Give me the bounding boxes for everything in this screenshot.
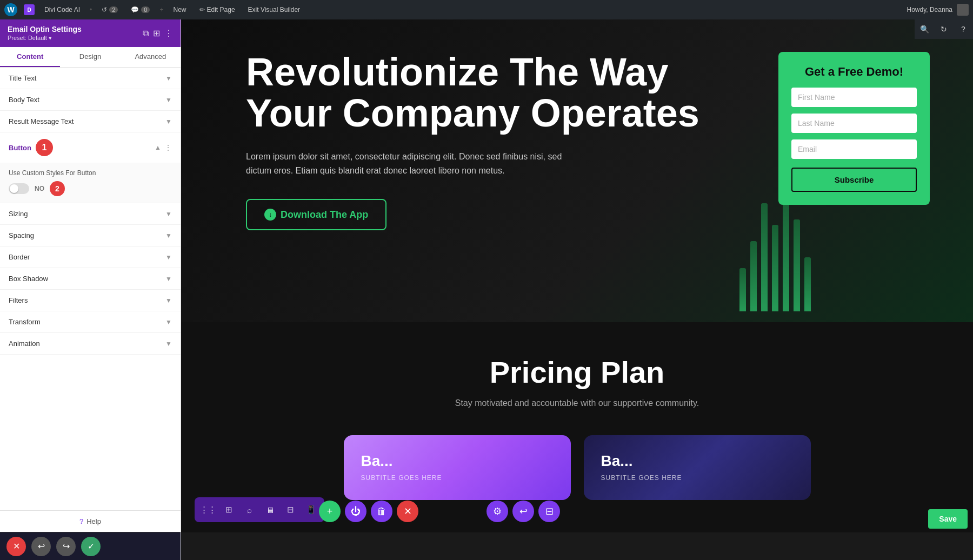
bar-7 xyxy=(804,257,811,311)
help-topbar-icon[interactable]: ? xyxy=(954,19,973,39)
comments-item[interactable]: 💬 0 xyxy=(128,4,153,16)
gear-button[interactable]: ⚙ xyxy=(486,501,508,522)
close-button[interactable]: ✕ xyxy=(6,537,26,556)
panel-section-transform[interactable]: Transform ▼ xyxy=(0,311,181,333)
custom-styles-toggle[interactable] xyxy=(9,183,29,194)
undo-button[interactable]: ↩ xyxy=(31,537,51,556)
demo-form: Get a Free Demo! Subscribe xyxy=(778,52,930,205)
hero-title: Revolutionize The Way Your Company Opera… xyxy=(246,52,757,134)
close-float-button[interactable]: ✕ xyxy=(397,501,418,522)
chevron-title-text: ▼ xyxy=(165,75,172,82)
refresh-topbar-icon[interactable]: ↻ xyxy=(934,19,954,39)
left-panel: Email Optin Settings Preset: Default ▾ ⧉… xyxy=(0,19,181,560)
download-app-button[interactable]: ↓ Download The App xyxy=(246,199,386,230)
save-button[interactable]: Save xyxy=(928,509,968,529)
bar-5 xyxy=(783,192,789,311)
bar-3 xyxy=(761,203,768,311)
panel-tabs: Content Design Advanced xyxy=(0,47,181,68)
help-label: Help xyxy=(86,517,101,525)
chevron-transform: ▼ xyxy=(165,318,172,326)
bar-6 xyxy=(794,219,800,311)
panel-section-result-message[interactable]: Result Message Text ▼ xyxy=(0,111,181,132)
badge-2: 2 xyxy=(50,181,65,196)
add-button[interactable]: + xyxy=(319,501,341,522)
toggle-knob xyxy=(10,184,18,193)
panel-section-box-shadow[interactable]: Box Shadow ▼ xyxy=(0,268,181,290)
wordpress-icon[interactable]: W xyxy=(4,3,17,16)
ft-grid-icon[interactable]: ⋮⋮ xyxy=(199,501,217,519)
chevron-animation: ▼ xyxy=(165,340,172,348)
demo-form-title: Get a Free Demo! xyxy=(791,65,917,79)
divi-code-ai[interactable]: Divi Code AI xyxy=(41,4,83,16)
ft-search-icon[interactable]: ⌕ xyxy=(240,501,258,519)
bar-1 xyxy=(739,268,746,311)
power-button[interactable]: ⏻ xyxy=(345,501,366,522)
tab-content[interactable]: Content xyxy=(0,47,60,67)
bar-4 xyxy=(772,225,778,311)
chevron-result-message: ▼ xyxy=(165,118,172,125)
divi-icon[interactable]: D xyxy=(24,4,35,15)
panel-section-border[interactable]: Border ▼ xyxy=(0,246,181,268)
bar-2 xyxy=(750,241,757,311)
panel-section-title-text[interactable]: Title Text ▼ xyxy=(0,68,181,89)
help-section[interactable]: ? Help xyxy=(0,510,181,532)
ft-desktop-icon[interactable]: 🖥 xyxy=(261,501,279,519)
revisions-item[interactable]: ↺ 2 xyxy=(98,4,121,16)
main-area: Email Optin Settings Preset: Default ▾ ⧉… xyxy=(0,19,973,560)
ft-tablet-icon[interactable]: ⊟ xyxy=(281,501,299,519)
hero-content: Revolutionize The Way Your Company Opera… xyxy=(246,52,757,230)
bars-float-button[interactable]: ⊟ xyxy=(538,501,560,522)
toggle-no-label: NO xyxy=(35,185,44,192)
tab-design[interactable]: Design xyxy=(60,47,120,67)
panel-preset[interactable]: Preset: Default ▾ xyxy=(8,35,82,42)
user-avatar[interactable] xyxy=(957,4,969,16)
edit-page-item[interactable]: ✏ Edit Page xyxy=(196,4,238,16)
first-name-input[interactable] xyxy=(791,88,917,107)
panel-section-button: Button 1 ▲ ⋮ Use Custom Styles For Butto… xyxy=(0,132,181,203)
toggle-row: NO 2 xyxy=(9,181,172,196)
sep1: • xyxy=(90,6,92,14)
ft-layout-icon[interactable]: ⊞ xyxy=(219,501,238,519)
panel-menu-icon[interactable]: ⋮ xyxy=(164,28,173,38)
topbar-right: Howdy, Deanna xyxy=(907,4,969,16)
search-topbar-icon[interactable]: 🔍 xyxy=(915,19,934,39)
chevron-box-shadow: ▼ xyxy=(165,275,172,283)
ft-mobile-icon[interactable]: 📱 xyxy=(302,501,320,519)
custom-styles-label: Use Custom Styles For Button xyxy=(9,169,172,177)
pricing-card-2-subtitle: SUBTITLE GOES HERE xyxy=(601,474,794,482)
new-item[interactable]: New xyxy=(170,4,190,16)
tab-advanced[interactable]: Advanced xyxy=(121,47,181,67)
panel-columns-icon[interactable]: ⊞ xyxy=(153,28,160,38)
panel-section-sizing[interactable]: Sizing ▼ xyxy=(0,203,181,225)
email-input[interactable] xyxy=(791,139,917,159)
button-options-icon[interactable]: ⋮ xyxy=(164,143,172,152)
hero-body: Lorem ipsum dolor sit amet, consectetur … xyxy=(246,150,570,177)
pricing-card-2: Ba... SUBTITLE GOES HERE xyxy=(584,435,811,500)
panel-body: Title Text ▼ Body Text ▼ Result Message … xyxy=(0,68,181,510)
panel-expand-icon[interactable]: ⧉ xyxy=(143,29,149,38)
trash-button[interactable]: 🗑 xyxy=(371,501,392,522)
download-icon: ↓ xyxy=(264,209,276,221)
action-bar: ✕ ↩ ↪ ✓ xyxy=(0,532,181,560)
floating-actions-right: ⚙ ↩ ⊟ xyxy=(486,501,560,522)
redo-button[interactable]: ↪ xyxy=(56,537,76,556)
pricing-card-1-subtitle: SUBTITLE GOES HERE xyxy=(361,474,554,482)
panel-section-animation[interactable]: Animation ▼ xyxy=(0,333,181,355)
button-section-header[interactable]: Button 1 ▲ ⋮ xyxy=(0,132,181,163)
pricing-cards: Ba... SUBTITLE GOES HERE Ba... SUBTITLE … xyxy=(224,435,930,500)
panel-section-body-text[interactable]: Body Text ▼ xyxy=(0,89,181,111)
subscribe-button[interactable]: Subscribe xyxy=(791,168,917,192)
help-icon: ? xyxy=(79,517,83,525)
pricing-card-1-title: Ba... xyxy=(361,452,554,470)
undo-float-button[interactable]: ↩ xyxy=(512,501,534,522)
hero-section: Revolutionize The Way Your Company Opera… xyxy=(181,19,973,322)
chevron-border: ▼ xyxy=(165,254,172,261)
badge-1: 1 xyxy=(36,139,53,156)
panel-header: Email Optin Settings Preset: Default ▾ ⧉… xyxy=(0,19,181,47)
pricing-subtitle: Stay motivated and accountable with our … xyxy=(224,398,930,408)
confirm-button[interactable]: ✓ xyxy=(81,537,101,556)
panel-section-spacing[interactable]: Spacing ▼ xyxy=(0,225,181,246)
last-name-input[interactable] xyxy=(791,114,917,133)
exit-builder-item[interactable]: Exit Visual Builder xyxy=(245,4,304,16)
panel-section-filters[interactable]: Filters ▼ xyxy=(0,290,181,311)
